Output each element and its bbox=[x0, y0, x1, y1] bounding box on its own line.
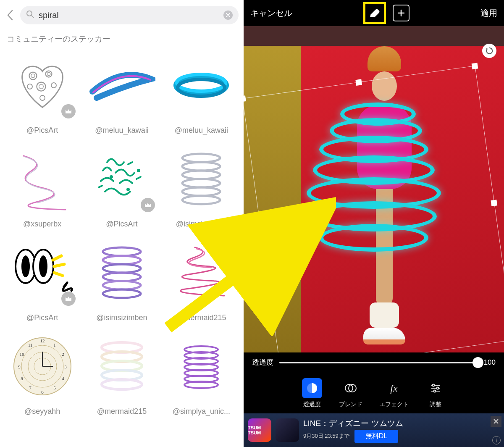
svg-text:7: 7 bbox=[29, 385, 32, 390]
svg-point-31 bbox=[103, 281, 141, 289]
svg-point-4 bbox=[45, 71, 52, 77]
svg-point-70 bbox=[437, 387, 439, 389]
opacity-slider[interactable] bbox=[279, 362, 478, 363]
tool-label: 透過度 bbox=[303, 401, 321, 408]
sticker-item[interactable]: @PicsArt bbox=[84, 143, 159, 237]
crown-icon bbox=[65, 296, 72, 302]
search-bar[interactable] bbox=[20, 6, 239, 24]
svg-text:4: 4 bbox=[62, 376, 64, 381]
sticker-item[interactable]: @PicsArt bbox=[5, 237, 79, 331]
add-button[interactable] bbox=[393, 5, 410, 21]
sticker-coil-gray-icon bbox=[174, 147, 228, 210]
sticker-author: @mermaid215 bbox=[97, 402, 147, 424]
cancel-button[interactable]: キャンセル bbox=[250, 8, 292, 19]
sticker-item[interactable]: @isimsizimben bbox=[164, 143, 239, 237]
resize-handle[interactable] bbox=[491, 200, 497, 206]
sticker-item[interactable]: @meluu_kawaii bbox=[164, 50, 239, 143]
transform-bounding-box[interactable] bbox=[244, 66, 504, 352]
ad-download-button[interactable]: 無料DL bbox=[354, 430, 398, 443]
svg-point-5 bbox=[47, 72, 50, 76]
resize-handle[interactable] bbox=[355, 79, 362, 86]
sticker-search-panel: コミュニティーのステッカー @PicsArt bbox=[0, 0, 244, 447]
sticker-coil-violet-icon bbox=[176, 337, 226, 396]
sticker-author: @isimsizimben bbox=[96, 308, 147, 331]
svg-point-15 bbox=[127, 189, 129, 190]
sticker-author: @xsuperbx bbox=[23, 215, 61, 237]
ad-secondary-icon bbox=[276, 418, 299, 442]
svg-point-7 bbox=[39, 84, 43, 89]
svg-text:2: 2 bbox=[62, 352, 64, 357]
crown-icon bbox=[144, 202, 152, 208]
opacity-label: 透過度 bbox=[252, 358, 273, 367]
sticker-item[interactable]: 12369 1245 781011 @seyyahh bbox=[5, 331, 79, 424]
apply-button[interactable]: 適用 bbox=[480, 8, 497, 19]
svg-point-20 bbox=[182, 179, 220, 187]
svg-point-18 bbox=[182, 162, 220, 171]
tool-label: エフェクト bbox=[379, 401, 409, 408]
sticker-item[interactable]: @meluu_kawaii bbox=[84, 50, 159, 143]
tool-label: 調整 bbox=[430, 401, 441, 408]
sticker-item[interactable]: @isimsizimben bbox=[84, 237, 159, 331]
sticker-item[interactable]: @xsuperbx bbox=[5, 143, 79, 237]
premium-badge bbox=[61, 292, 76, 306]
opacity-slider-row: 透過度 100 bbox=[244, 352, 504, 372]
svg-text:5: 5 bbox=[53, 385, 56, 390]
slider-knob[interactable] bbox=[472, 357, 483, 368]
ad-close-button[interactable] bbox=[491, 416, 501, 427]
tool-opacity[interactable]: 透過度 bbox=[302, 378, 322, 408]
svg-text:12: 12 bbox=[40, 338, 45, 343]
editor-panel: キャンセル 適用 bbox=[244, 0, 504, 447]
svg-text:1: 1 bbox=[53, 342, 56, 347]
clear-search-button[interactable] bbox=[223, 11, 233, 20]
sticker-author: @simplya_unic... bbox=[173, 402, 230, 424]
sticker-coil-pastel-icon bbox=[92, 335, 151, 398]
svg-point-32 bbox=[103, 289, 141, 298]
back-button[interactable] bbox=[5, 10, 15, 20]
svg-point-2 bbox=[29, 72, 37, 80]
premium-badge bbox=[141, 198, 155, 212]
svg-point-14 bbox=[110, 176, 112, 178]
sticker-author: @seyyahh bbox=[24, 402, 60, 424]
ad-title: LINE：ディズニー ツムツム bbox=[303, 418, 500, 429]
sticker-grid[interactable]: @PicsArt @meluu_kawaii @meluu_kawaii bbox=[0, 50, 244, 424]
rotate-handle[interactable] bbox=[482, 44, 496, 58]
close-icon bbox=[493, 418, 499, 424]
resize-handle[interactable] bbox=[259, 232, 265, 239]
sticker-item[interactable]: @mermaid215 bbox=[84, 331, 159, 424]
tool-adjust[interactable]: 調整 bbox=[425, 378, 446, 408]
rotate-icon bbox=[485, 47, 494, 55]
svg-point-6 bbox=[37, 82, 45, 91]
tool-blend[interactable]: ブレンド bbox=[339, 378, 362, 408]
sticker-author: @PicsArt bbox=[26, 121, 58, 143]
svg-point-27 bbox=[103, 247, 141, 256]
eraser-icon bbox=[368, 8, 381, 18]
svg-point-22 bbox=[182, 196, 220, 204]
opacity-value: 100 bbox=[484, 358, 496, 367]
ad-banner[interactable]: TSUM TSUM LINE：ディズニー ツムツム 9月30日 23:59まで … bbox=[244, 413, 504, 447]
svg-text:10: 10 bbox=[19, 352, 24, 357]
effect-icon: fx bbox=[384, 378, 404, 398]
eraser-button[interactable] bbox=[363, 2, 386, 24]
svg-point-21 bbox=[182, 187, 220, 196]
sticker-author: @mermaid215 bbox=[176, 308, 226, 331]
tool-effect[interactable]: fx エフェクト bbox=[379, 378, 409, 408]
svg-point-28 bbox=[103, 256, 141, 264]
sticker-author: @meluu_kawaii bbox=[175, 121, 228, 143]
sticker-item[interactable]: @PicsArt bbox=[5, 50, 79, 143]
resize-handle[interactable] bbox=[472, 63, 478, 69]
blend-icon bbox=[341, 378, 361, 398]
sticker-item[interactable]: @mermaid215 bbox=[164, 237, 239, 331]
sticker-item[interactable]: @simplya_unic... bbox=[164, 331, 239, 424]
plus-icon bbox=[397, 9, 405, 17]
search-input[interactable] bbox=[39, 11, 219, 20]
svg-point-0 bbox=[27, 11, 32, 16]
svg-text:6: 6 bbox=[41, 389, 44, 394]
editor-topbar: キャンセル 適用 bbox=[244, 0, 504, 26]
editor-canvas[interactable] bbox=[244, 26, 504, 352]
svg-point-26 bbox=[39, 255, 47, 277]
sticker-author: @isimsizimben bbox=[176, 215, 227, 237]
ad-info-button[interactable]: i bbox=[492, 436, 501, 444]
svg-point-16 bbox=[138, 170, 139, 171]
sticker-author: @PicsArt bbox=[26, 308, 58, 331]
svg-point-30 bbox=[103, 273, 141, 281]
